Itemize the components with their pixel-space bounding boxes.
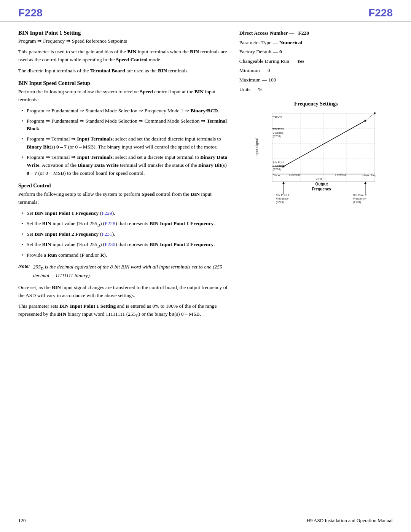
maximum-value: 100 (268, 77, 276, 83)
maximum-row: Maximum — 100 (239, 76, 393, 84)
svg-text:Input Signal: Input Signal (255, 138, 259, 157)
units-row: Units — % (239, 85, 393, 94)
page-header: F228 F228 (0, 0, 411, 22)
changeable-row: Changeable During Run — Yes (239, 57, 393, 66)
page-footer: 120 H9 ASD Installation and Operation Ma… (18, 515, 393, 524)
list-item: Program ⇒ Fundamental ⇒ Standard Mode Se… (21, 117, 228, 133)
footer-manual-title: H9 ASD Installation and Operation Manual (307, 518, 393, 524)
factory-default-row: Factory Default — 0 (239, 48, 393, 56)
speed-control-intro: Perform the following setup to allow the… (18, 190, 228, 206)
svg-text:Output: Output (315, 182, 328, 186)
svg-marker-36 (364, 182, 366, 184)
breadcrumb: Program ⇒ Frequency ⇒ Speed Reference Se… (18, 38, 228, 44)
bin-speed-list: Program ⇒ Fundamental ⇒ Standard Mode Se… (18, 107, 228, 177)
units-label: Units — (239, 86, 258, 92)
main-content: BIN Input Point 1 Setting Program ⇒ Freq… (0, 22, 411, 322)
param-type-label: Parameter Type — (239, 40, 279, 45)
param-type-row: Parameter Type — Numerical (239, 38, 393, 47)
list-item: Set BIN Input Point 2 Frequency (F231). (21, 230, 228, 238)
svg-text:BIN Point 2: BIN Point 2 (353, 194, 367, 197)
svg-text:BIN Point: BIN Point (273, 161, 284, 164)
svg-text:Frequency: Frequency (276, 197, 289, 200)
list-item: Program ⇒ Fundamental ⇒ Standard Mode Se… (21, 107, 228, 115)
svg-text:BIN Point 1: BIN Point 1 (276, 194, 290, 197)
svg-text:0% ◄: 0% ◄ (273, 174, 280, 177)
footer-page-number: 120 (18, 518, 26, 524)
title-right: F228 (368, 7, 393, 19)
parameter-info: Direct Access Number — F228 Parameter Ty… (239, 29, 393, 93)
svg-text:(F230): (F230) (273, 135, 281, 138)
changeable-value: Yes (297, 58, 304, 64)
title-left: F228 (18, 7, 43, 19)
svg-line-40 (365, 113, 375, 121)
list-item: Set the BIN input value (% of 255D) (F22… (21, 220, 228, 228)
svg-text:2 Setting: 2 Setting (273, 131, 284, 134)
main-heading: BIN Input Point 1 Setting (18, 30, 228, 36)
speed-control-list: Set BIN Input Point 1 Frequency (F229). … (18, 209, 228, 260)
svg-text:Forward: Forward (335, 173, 346, 177)
bin-speed-title: BIN Input Speed Control Setup (18, 80, 228, 86)
frequency-chart: Input Signal +100% BIN Point 2 Setting (… (251, 109, 381, 208)
direct-access-label: Direct Access Number — (239, 30, 295, 36)
param-type-value: Numerical (279, 40, 303, 45)
svg-marker-31 (282, 182, 285, 184)
closing-para-2: This parameter sets BIN Input Point 1 Se… (18, 302, 228, 319)
direct-access-row: Direct Access Number — F228 (239, 29, 393, 37)
svg-text:→Max. Freq: →Max. Freq (362, 174, 376, 177)
svg-text:Frequency: Frequency (353, 197, 366, 200)
right-column: Direct Access Number — F228 Parameter Ty… (236, 26, 393, 322)
direct-access-value: F228 (298, 30, 309, 36)
page: F228 F228 BIN Input Point 1 Setting Prog… (0, 0, 411, 532)
svg-text:1 Setting: 1 Setting (273, 165, 284, 168)
svg-text:(F231): (F231) (353, 201, 361, 204)
chart-container: Frequency Settings (239, 101, 393, 208)
svg-text:(F229): (F229) (276, 201, 284, 204)
list-item: Program ⇒ Terminal ⇒ Input Terminals; se… (21, 153, 228, 177)
factory-default-value: 0 (279, 49, 282, 54)
minimum-label: Minimum — (239, 67, 268, 73)
svg-text:Reverse: Reverse (289, 173, 301, 177)
closing-para-1: Once set, as the BIN input signal change… (18, 284, 228, 300)
changeable-label: Changeable During Run — (239, 58, 297, 64)
note-text: 255D is the decimal equivalent of the 8-… (33, 263, 228, 280)
svg-point-37 (283, 166, 285, 168)
units-value: % (258, 86, 262, 92)
note-label: Note: (18, 263, 30, 280)
svg-text:(F228): (F228) (273, 168, 281, 171)
left-column: BIN Input Point 1 Setting Program ⇒ Freq… (18, 26, 236, 322)
speed-control-title: Speed Control (18, 183, 228, 189)
chart-title: Frequency Settings (294, 101, 338, 107)
list-item: Provide a Run command (F and/or R). (21, 251, 228, 259)
bin-speed-intro: Perform the following setup to allow the… (18, 88, 228, 104)
minimum-value: 0 (268, 67, 270, 73)
list-item: Set BIN Input Point 1 Frequency (F229). (21, 209, 228, 217)
para-1: This parameter is used to set the gain a… (18, 48, 228, 64)
svg-text:0 Hz ←: 0 Hz ← (316, 177, 326, 181)
svg-text:Frequency: Frequency (312, 187, 331, 191)
factory-default-label: Factory Default — (239, 49, 279, 54)
minimum-row: Minimum — 0 (239, 66, 393, 75)
note-block: Note: 255D is the decimal equivalent of … (18, 263, 228, 280)
list-item: Set the BIN input value (% of 255D) (F23… (21, 241, 228, 249)
para-2: The discrete input terminals of the Term… (18, 67, 228, 75)
list-item: Program ⇒ Terminal ⇒ Input Terminals; se… (21, 135, 228, 151)
maximum-label: Maximum — (239, 77, 269, 83)
